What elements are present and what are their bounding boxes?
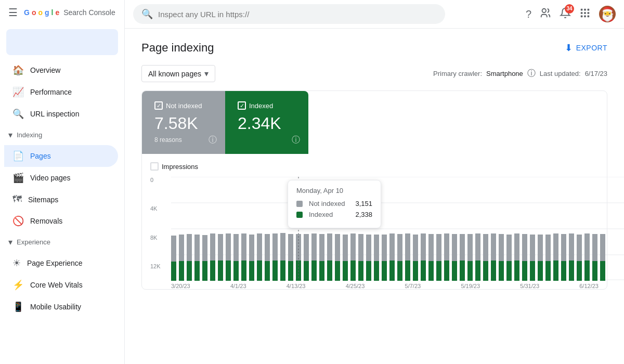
svg-rect-102: [506, 261, 512, 281]
svg-rect-66: [366, 261, 371, 281]
svg-rect-59: [343, 235, 348, 261]
svg-rect-126: [600, 261, 605, 281]
svg-rect-53: [319, 234, 324, 261]
svg-rect-113: [553, 233, 558, 261]
svg-rect-29: [226, 233, 231, 261]
svg-rect-1: [581, 8, 583, 10]
primary-crawler-label: Primary crawler:: [433, 70, 482, 77]
svg-rect-81: [428, 234, 434, 261]
svg-rect-109: [538, 235, 543, 261]
sidebar-item-pages[interactable]: 📄 Pages: [4, 145, 118, 167]
mobile-icon: 📱: [12, 301, 24, 313]
experience-section: ▾ Experience ☀ Page Experience ⚡ Core We…: [0, 232, 124, 318]
notifications-icon[interactable]: 34: [560, 7, 571, 21]
sidebar-item-label: Overview: [30, 66, 60, 74]
sidebar-item-label: Removals: [30, 217, 62, 225]
menu-icon[interactable]: ☰: [8, 6, 18, 19]
search-icon: 🔍: [141, 8, 153, 20]
sidebar-item-label: Pages: [30, 152, 51, 160]
svg-rect-86: [444, 261, 449, 281]
indexed-value: 2.34K: [238, 114, 296, 133]
nav-main: 🏠 Overview 📈 Performance 🔍 URL inspectio…: [0, 59, 124, 125]
bar-chart: [171, 177, 624, 281]
svg-rect-84: [436, 261, 441, 281]
sidebar-item-label: Core Web Vitals: [30, 281, 83, 289]
sidebar-item-performance[interactable]: 📈 Performance: [4, 81, 118, 103]
page-header: Page indexing ⬇ EXPORT: [141, 41, 607, 55]
indexed-checkbox[interactable]: ✓: [238, 101, 246, 110]
svg-rect-89: [460, 234, 465, 261]
chevron-down-icon: ▾: [8, 237, 12, 247]
x-label: 4/1/23: [230, 283, 246, 289]
not-indexed-value: 7.58K: [154, 114, 213, 133]
sidebar-item-label: Page Experience: [27, 259, 83, 267]
svg-rect-30: [226, 261, 231, 281]
svg-rect-88: [452, 261, 457, 281]
not-indexed-card: ✓ Not indexed 7.58K 8 reasons ⓘ: [142, 91, 225, 154]
avatar[interactable]: 🎅: [599, 6, 616, 22]
page-experience-icon: ☀: [12, 257, 21, 269]
y-axis-labels: 12K 8K 4K 0: [150, 177, 171, 274]
x-label: 4/25/23: [346, 283, 365, 289]
svg-rect-46: [288, 261, 293, 281]
svg-rect-93: [475, 233, 480, 261]
chart-main: [171, 177, 599, 281]
svg-rect-106: [522, 261, 527, 281]
help-icon[interactable]: ⓘ: [209, 135, 217, 146]
svg-rect-45: [288, 234, 293, 261]
svg-rect-18: [179, 261, 184, 281]
sidebar-item-sitemaps[interactable]: 🗺 Sitemaps: [4, 189, 118, 210]
apps-icon[interactable]: [579, 7, 591, 21]
svg-rect-99: [499, 234, 504, 261]
svg-rect-83: [436, 234, 441, 261]
x-label: 4/13/23: [287, 283, 306, 289]
chart-area: Impressions Monday, Apr 10 Not indexed 3…: [142, 154, 607, 289]
export-label: EXPORT: [576, 44, 607, 52]
property-selector[interactable]: [6, 29, 118, 55]
svg-rect-31: [233, 234, 239, 261]
indexed-label: Indexed: [249, 102, 273, 110]
x-label: 3/20/23: [171, 283, 190, 289]
x-axis-labels: 3/20/23 4/1/23 4/13/23 4/25/23 5/7/23 5/…: [150, 281, 599, 289]
svg-rect-119: [577, 235, 582, 261]
svg-rect-79: [421, 233, 426, 261]
page-title: Page indexing: [141, 41, 214, 55]
search-input[interactable]: [158, 10, 437, 19]
search-bar[interactable]: 🔍: [133, 4, 445, 24]
core-web-vitals-icon: ⚡: [12, 279, 24, 291]
svg-rect-4: [581, 12, 583, 14]
x-label: 5/31/23: [520, 283, 539, 289]
info-icon[interactable]: ⓘ: [527, 68, 536, 79]
y-label: 0: [150, 177, 171, 183]
sidebar-item-url-inspection[interactable]: 🔍 URL inspection: [4, 103, 118, 125]
svg-rect-110: [538, 261, 543, 281]
svg-rect-70: [382, 261, 387, 281]
svg-rect-96: [483, 261, 488, 281]
filter-dropdown[interactable]: All known pages ▾: [141, 65, 215, 82]
help-icon[interactable]: ⓘ: [292, 135, 300, 146]
indexing-section-label[interactable]: ▾ Indexing: [0, 125, 124, 145]
svg-rect-25: [210, 233, 215, 261]
help-icon[interactable]: ?: [526, 8, 531, 20]
svg-rect-36: [249, 261, 254, 281]
sidebar-item-video-pages[interactable]: 🎬 Video pages: [4, 167, 118, 189]
sidebar-item-removals[interactable]: 🚫 Removals: [4, 210, 118, 232]
x-label: 5/7/23: [405, 283, 421, 289]
sidebar-item-overview[interactable]: 🏠 Overview: [4, 59, 118, 81]
sidebar-item-core-web-vitals[interactable]: ⚡ Core Web Vitals: [4, 274, 118, 296]
svg-rect-22: [194, 261, 200, 281]
svg-rect-49: [304, 234, 309, 261]
export-button[interactable]: ⬇ EXPORT: [565, 42, 607, 54]
svg-rect-118: [569, 261, 574, 281]
sidebar-item-label: Performance: [30, 88, 72, 96]
svg-rect-60: [343, 261, 348, 281]
page-content-area: Page indexing ⬇ EXPORT All known pages ▾…: [125, 29, 624, 364]
accounts-icon[interactable]: [540, 7, 551, 21]
svg-rect-2: [584, 8, 586, 10]
experience-section-label[interactable]: ▾ Experience: [0, 232, 124, 252]
sidebar-item-page-experience[interactable]: ☀ Page Experience: [4, 252, 118, 274]
impressions-checkbox[interactable]: [150, 162, 159, 171]
legend-impressions[interactable]: Impressions: [150, 162, 198, 171]
sidebar-item-mobile-usability[interactable]: 📱 Mobile Usability: [4, 296, 118, 318]
not-indexed-checkbox[interactable]: ✓: [154, 101, 163, 110]
